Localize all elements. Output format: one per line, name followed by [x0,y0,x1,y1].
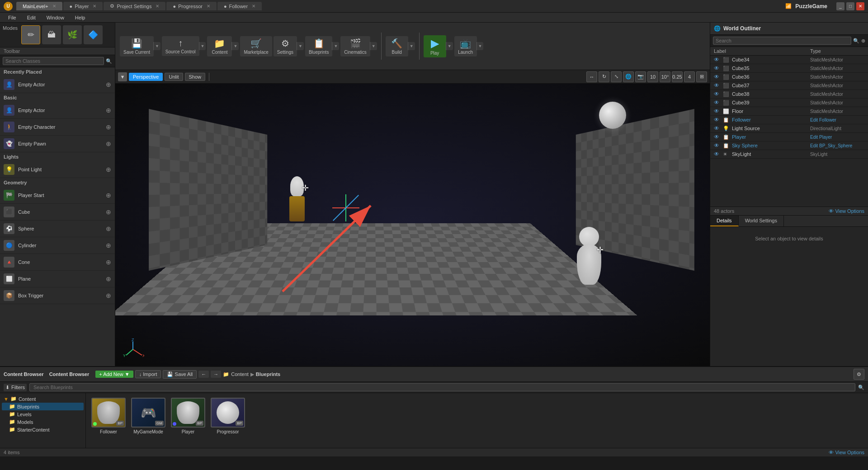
source-control-button[interactable]: ↑ Source Control [162,36,199,56]
camera-speed-value[interactable]: 4 [684,71,695,82]
table-row[interactable]: 👁 💡 Light Source DirectionalLight [710,124,868,133]
visibility-icon[interactable]: 👁 [714,82,720,89]
show-button[interactable]: Show [185,73,206,81]
play-button[interactable]: ▶ Play [424,35,446,57]
add-plane-btn[interactable]: ⊕ [106,275,111,282]
menu-help[interactable]: Help [71,14,90,21]
import-button[interactable]: ↓ Import [135,370,161,378]
class-item-sphere[interactable]: ⚽ Sphere ⊕ [0,221,115,237]
breadcrumb-blueprints[interactable]: Blueprints [256,371,280,377]
list-item[interactable]: BP Follower [90,398,127,434]
save-arrow[interactable]: ▼ [153,42,160,50]
build-button[interactable]: 🔨 Build [386,36,408,56]
tree-item-starter-content[interactable]: 📁 StarterContent [2,426,84,433]
list-item[interactable]: BP Progressor [210,398,246,434]
add-box-trigger-btn[interactable]: ⊕ [106,292,111,299]
details-tab[interactable]: Details [710,216,739,226]
settings-arrow[interactable]: ▼ [297,42,304,50]
save-current-button[interactable]: 💾 Save Current [120,36,154,56]
rotate-icon[interactable]: ↻ [599,71,609,82]
class-item-empty-pawn[interactable]: 👻 Empty Pawn ⊕ [0,136,115,152]
category-geometry[interactable]: Geometry [0,178,115,187]
class-item-box-trigger[interactable]: 📦 Box Trigger ⊕ [0,287,115,304]
menu-window[interactable]: Window [42,14,69,21]
visibility-icon[interactable]: 👁 [714,65,720,71]
unlit-button[interactable]: Unlit [165,73,183,81]
marketplace-button[interactable]: 🛒 Marketplace [240,36,272,56]
class-item-player-start[interactable]: 🏁 Player Start ⊕ [0,187,115,204]
table-row[interactable]: 👁 ⬛ Cube34 StaticMeshActor [710,56,868,64]
table-row[interactable]: 👁 ⬜ Floor StaticMeshActor [710,107,868,116]
class-item-point-light[interactable]: 💡 Point Light ⊕ [0,161,115,178]
menu-edit[interactable]: Edit [23,14,40,21]
cb-search-input[interactable] [29,383,855,391]
perspective-button[interactable]: Perspective [129,73,163,81]
tree-item-models[interactable]: 📁 Models [2,418,84,426]
settings-button[interactable]: ⚙ Settings [274,36,297,56]
close-tab-icon[interactable]: ✕ [156,4,159,9]
maximize-button[interactable]: □ [846,2,854,10]
table-row[interactable]: 👁 ⬛ Cube36 StaticMeshActor [710,73,868,81]
class-item-plane[interactable]: ⬜ Plane ⊕ [0,271,115,287]
class-item-cylinder[interactable]: 🔵 Cylinder ⊕ [0,237,115,254]
add-cylinder-btn[interactable]: ⊕ [106,242,111,249]
class-item-empty-actor[interactable]: 👤 Empty Actor ⊕ [0,76,115,93]
add-empty-pawn-btn[interactable]: ⊕ [106,140,111,147]
add-point-light-btn[interactable]: ⊕ [106,166,111,173]
tab-progressor[interactable]: ● Progressor ✕ [166,2,216,10]
actor-type-link[interactable]: Edit Follower [810,118,864,122]
visibility-icon[interactable]: 👁 [714,125,720,132]
table-row[interactable]: 👁 ⬛ Cube38 StaticMeshActor [710,90,868,99]
close-tab-icon[interactable]: ✕ [207,4,210,9]
table-row[interactable]: 👁 ☀ SkyLight SkyLight [710,150,868,159]
table-row[interactable]: 👁 ⬛ Cube37 StaticMeshActor [710,81,868,90]
class-item-empty-actor-2[interactable]: 👤 Empty Actor ⊕ [0,102,115,119]
table-row[interactable]: 👁 ⬛ Cube39 StaticMeshActor [710,99,868,107]
content-arrow[interactable]: ▼ [231,42,239,50]
tree-item-levels[interactable]: 📁 Levels [2,410,84,418]
mode-place[interactable]: ✏ [21,25,40,44]
add-cube-btn[interactable]: ⊕ [106,208,111,216]
table-row[interactable]: 👁 📋 Follower Edit Follower [710,116,868,124]
col-type-header[interactable]: Type [810,48,864,54]
search-classes-input[interactable] [3,57,104,65]
add-cone-btn[interactable]: ⊕ [106,258,111,266]
world-local-icon[interactable]: 🌐 [623,71,634,82]
visibility-icon[interactable]: 👁 [714,151,720,157]
add-empty-actor-btn[interactable]: ⊕ [106,81,111,88]
add-empty-char-btn[interactable]: ⊕ [106,123,111,131]
visibility-icon[interactable]: 👁 [714,91,720,97]
actor-name-link[interactable]: Sky Sphere [732,143,807,148]
table-row[interactable]: 👁 📋 Player Edit Player [710,133,868,141]
class-item-cone[interactable]: 🔺 Cone ⊕ [0,254,115,271]
outliner-search-input[interactable] [713,37,851,45]
mode-paint[interactable]: 🏔 [42,25,61,44]
cb-settings-btn[interactable]: ⚙ [854,369,864,380]
launch-arrow[interactable]: ▼ [476,42,484,50]
actor-type-link[interactable]: Edit BP_Sky_Sphere [810,143,864,148]
filters-button[interactable]: ⬇ Filters [4,384,27,391]
viewport-3d[interactable]: ✛ ✛ [115,84,710,366]
scale-icon[interactable]: ⤡ [611,71,622,82]
add-player-start-btn[interactable]: ⊕ [106,192,111,199]
tab-follower[interactable]: ● Follower ✕ [217,2,262,10]
cb-view-options[interactable]: 👁 View Options [829,450,864,455]
visibility-icon[interactable]: 👁 [714,74,720,80]
blueprints-arrow[interactable]: ▼ [332,42,339,50]
add-sphere-btn[interactable]: ⊕ [106,225,111,232]
table-row[interactable]: 👁 ⬛ Cube35 StaticMeshActor [710,64,868,73]
visibility-icon[interactable]: 👁 [714,56,720,63]
cb-forward-button[interactable]: → [211,371,221,378]
view-options-link[interactable]: 👁 View Options [829,208,864,214]
grid-snap-value[interactable]: 10 [647,71,658,82]
source-arrow[interactable]: ▼ [199,42,206,50]
add-basic-actor-btn[interactable]: ⊕ [106,107,111,114]
list-item[interactable]: BP Player [170,398,206,434]
tree-item-content[interactable]: ▼ 📁 Content [2,395,84,403]
build-arrow[interactable]: ▼ [408,42,415,50]
tab-player[interactable]: ● Player ✕ [63,2,103,10]
outliner-add-icon[interactable]: ⊕ [861,38,865,44]
visibility-icon[interactable]: 👁 [714,108,720,114]
actor-name-link[interactable]: Player [732,134,807,140]
scale-snap-value[interactable]: 0.25 [672,71,683,82]
